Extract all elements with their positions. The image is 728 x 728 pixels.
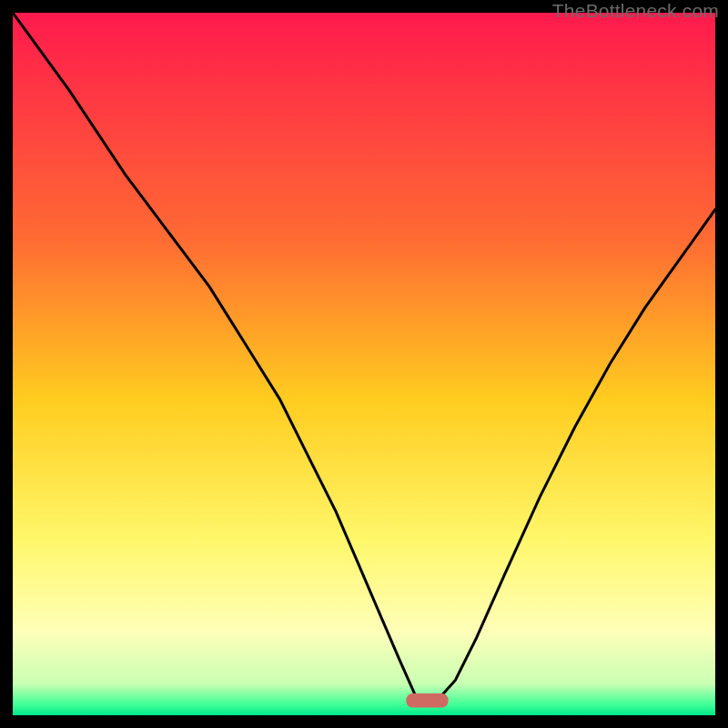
chart-frame: [13, 13, 715, 715]
bottleneck-chart: [13, 13, 715, 715]
watermark-text: TheBottleneck.com: [552, 0, 719, 22]
optimal-zone-marker: [406, 693, 448, 707]
